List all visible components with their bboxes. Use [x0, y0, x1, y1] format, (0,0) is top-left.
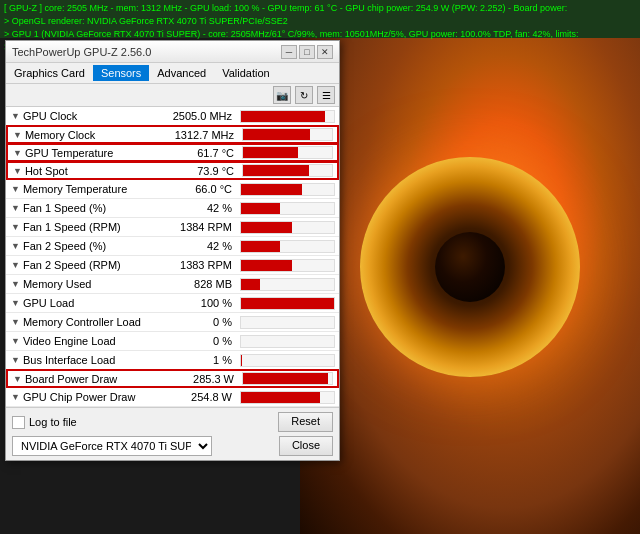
sensor-row: ▼Fan 2 Speed (%)42 % [6, 237, 339, 256]
sensor-dropdown-arrow[interactable]: ▼ [10, 222, 21, 232]
sensor-name-label: Memory Temperature [23, 183, 127, 195]
sensor-row: ▼Video Engine Load0 % [6, 332, 339, 351]
sensor-name-label: GPU Clock [23, 110, 77, 122]
top-info-bar: [ GPU-Z ] core: 2505 MHz - mem: 1312 MHz… [0, 0, 640, 38]
sensor-name: ▼Bus Interface Load [6, 354, 161, 366]
sensor-name-label: Fan 1 Speed (%) [23, 202, 106, 214]
sensor-dropdown-arrow[interactable]: ▼ [12, 374, 23, 384]
sensor-value: 1383 RPM [161, 259, 236, 271]
sensor-bar-container [240, 391, 335, 404]
sensor-bar [243, 165, 309, 176]
sensor-dropdown-arrow[interactable]: ▼ [10, 184, 21, 194]
sensor-name-label: Board Power Draw [25, 373, 117, 385]
screenshot-icon[interactable]: 📷 [273, 86, 291, 104]
sensor-name-label: GPU Load [23, 297, 74, 309]
sensor-row: ▼Memory Used828 MB [6, 275, 339, 294]
sensor-value: 61.7 °C [163, 147, 238, 159]
sensor-name-label: Video Engine Load [23, 335, 116, 347]
sensor-dropdown-arrow[interactable]: ▼ [10, 279, 21, 289]
sensor-name-label: Fan 2 Speed (%) [23, 240, 106, 252]
sensor-bar [241, 392, 320, 403]
sensor-value: 42 % [161, 202, 236, 214]
sensor-dropdown-arrow[interactable]: ▼ [12, 130, 23, 140]
sensor-dropdown-arrow[interactable]: ▼ [12, 148, 23, 158]
refresh-icon[interactable]: ↻ [295, 86, 313, 104]
sensor-value: 0 % [161, 316, 236, 328]
info-line-2: > OpenGL renderer: NVIDIA GeForce RTX 40… [4, 15, 636, 28]
sensor-bar-container [240, 354, 335, 367]
sensor-dropdown-arrow[interactable]: ▼ [10, 355, 21, 365]
sensor-bar [241, 298, 334, 309]
sensor-dropdown-arrow[interactable]: ▼ [10, 317, 21, 327]
sensor-name-label: Fan 1 Speed (RPM) [23, 221, 121, 233]
minimize-button[interactable]: ─ [281, 45, 297, 59]
sensor-name: ▼Memory Controller Load [6, 316, 161, 328]
sensor-bar-container [242, 128, 333, 141]
main-window: TechPowerUp GPU-Z 2.56.0 ─ □ ✕ Graphics … [5, 40, 340, 461]
close-button[interactable]: ✕ [317, 45, 333, 59]
sensor-value: 828 MB [161, 278, 236, 290]
sensor-bar-container [242, 164, 333, 177]
sensor-row: ▼Memory Clock1312.7 MHz [6, 125, 339, 144]
menu-validation[interactable]: Validation [214, 65, 278, 81]
log-checkbox[interactable] [12, 416, 25, 429]
sensor-bar-container [240, 110, 335, 123]
sensor-name: ▼Memory Temperature [6, 183, 161, 195]
sensor-dropdown-arrow[interactable]: ▼ [10, 260, 21, 270]
sensor-dropdown-arrow[interactable]: ▼ [10, 392, 21, 402]
menu-graphics-card[interactable]: Graphics Card [6, 65, 93, 81]
sensor-bar-container [240, 240, 335, 253]
sensor-bar-container [242, 146, 333, 159]
sensor-name-label: Bus Interface Load [23, 354, 115, 366]
sensor-row: ▼Hot Spot73.9 °C [6, 161, 339, 180]
sensor-name-label: Fan 2 Speed (RPM) [23, 259, 121, 271]
sensor-dropdown-arrow[interactable]: ▼ [10, 111, 21, 121]
sensor-value: 42 % [161, 240, 236, 252]
sensor-name-label: Hot Spot [25, 165, 68, 177]
pupil-graphic [435, 232, 505, 302]
info-line-1: [ GPU-Z ] core: 2505 MHz - mem: 1312 MHz… [4, 2, 636, 15]
close-window-button[interactable]: Close [279, 436, 333, 456]
sensor-bar [241, 355, 242, 366]
sensor-bar [243, 129, 310, 140]
menu-icon[interactable]: ☰ [317, 86, 335, 104]
reset-button[interactable]: Reset [278, 412, 333, 432]
sensor-bar [241, 203, 280, 214]
sensor-row: ▼Bus Interface Load1 % [6, 351, 339, 370]
window-title: TechPowerUp GPU-Z 2.56.0 [12, 46, 151, 58]
sensor-name: ▼GPU Clock [6, 110, 161, 122]
sensor-bar-container [240, 221, 335, 234]
sensor-dropdown-arrow[interactable]: ▼ [10, 298, 21, 308]
maximize-button[interactable]: □ [299, 45, 315, 59]
sensor-bar [241, 222, 292, 233]
sensor-row: ▼Fan 1 Speed (%)42 % [6, 199, 339, 218]
sensor-row: ▼GPU Clock2505.0 MHz [6, 107, 339, 126]
sensor-row: ▼GPU Temperature61.7 °C [6, 143, 339, 162]
sensor-name: ▼GPU Temperature [8, 147, 163, 159]
sensor-row: ▼Board Power Draw285.3 W [6, 369, 339, 388]
gpu-selector[interactable]: NVIDIA GeForce RTX 4070 Ti SUPER [12, 436, 212, 456]
sensor-dropdown-arrow[interactable]: ▼ [10, 203, 21, 213]
window-controls: ─ □ ✕ [281, 45, 333, 59]
sensor-value: 66.0 °C [161, 183, 236, 195]
sensor-bar [243, 373, 328, 384]
sensor-dropdown-arrow[interactable]: ▼ [10, 241, 21, 251]
sensor-value: 2505.0 MHz [161, 110, 236, 122]
menu-sensors[interactable]: Sensors [93, 65, 149, 81]
sensor-value: 73.9 °C [163, 165, 238, 177]
sensor-dropdown-arrow[interactable]: ▼ [10, 336, 21, 346]
sensor-name: ▼Memory Clock [8, 129, 163, 141]
sensor-row: ▼GPU Load100 % [6, 294, 339, 313]
sensor-name-label: Memory Clock [25, 129, 95, 141]
sensor-name: ▼Board Power Draw [8, 373, 163, 385]
sensor-bar [241, 184, 302, 195]
sensor-bar-container [240, 259, 335, 272]
sensor-name-label: Memory Controller Load [23, 316, 141, 328]
sensor-bar [241, 241, 280, 252]
menu-advanced[interactable]: Advanced [149, 65, 214, 81]
log-row: Log to file Reset [12, 412, 333, 432]
sensor-row: ▼Memory Temperature66.0 °C [6, 180, 339, 199]
sensors-grid: ▼GPU Clock2505.0 MHz▼Memory Clock1312.7 … [6, 107, 339, 407]
sensor-dropdown-arrow[interactable]: ▼ [12, 166, 23, 176]
sensor-bar [241, 279, 260, 290]
